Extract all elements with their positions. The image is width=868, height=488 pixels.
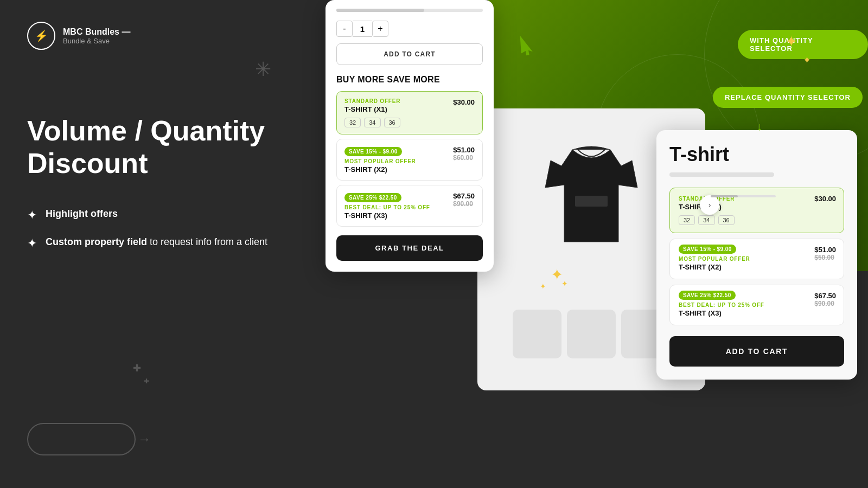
main-heading: Volume / Quantity Discount — [27, 115, 288, 180]
desktop-product-card: T-shirt STANDARD OFFER T-SHIRT (X1) $30.… — [656, 130, 857, 380]
offer-2-save-badge: SAVE 15% - $9.00 — [344, 147, 402, 156]
card-left-inner: - 1 + ADD TO CART BUY MORE SAVE MORE STA… — [326, 0, 494, 272]
right-offer-3-name: T-SHIRT (X3) — [679, 309, 835, 317]
replace-label-arrow: ↓ — [757, 120, 762, 133]
right-size-34[interactable]: 34 — [698, 215, 714, 225]
feature-text-1: Highlight offers — [46, 207, 118, 221]
feature-item-2: ✦ Custom property field to request info … — [27, 235, 288, 251]
sparkle-top-small: ✦ — [803, 54, 811, 66]
right-offer-3-label: BEST DEAL: UP TO 25% OFF — [679, 302, 835, 308]
right-offer-1-price: $30.00 — [814, 195, 836, 203]
size-34[interactable]: 34 — [364, 118, 380, 127]
svg-rect-0 — [575, 196, 608, 207]
right-offer-2-label: MOST POPULAR OFFER — [679, 256, 835, 262]
thumb-2[interactable] — [567, 310, 616, 358]
sparkle-mid-small2: ✦ — [561, 279, 568, 288]
right-size-36[interactable]: 36 — [718, 215, 735, 225]
offer-3-price: $67.50 $90.00 — [453, 192, 475, 208]
offer-1-price: $30.00 — [453, 98, 475, 106]
grab-deal-button[interactable]: GRAB THE DEAL — [336, 235, 483, 261]
sparkle-mid-small1: ✦ — [540, 282, 546, 291]
offer-card-2[interactable]: SAVE 15% - $9.00 MOST POPULAR OFFER T-SH… — [336, 139, 483, 181]
right-size-32[interactable]: 32 — [679, 215, 695, 225]
right-offer-card-1[interactable]: STANDARD OFFER T-SHIRT (X1) $30.00 32 34… — [669, 188, 844, 233]
cross-decoration: ✚ — [133, 362, 141, 374]
right-offer-card-2[interactable]: SAVE 15% - $9.00 MOST POPULAR OFFER T-SH… — [669, 239, 844, 279]
quantity-plus-button[interactable]: + — [372, 21, 388, 37]
right-area: ✦ ✦ ✦ ✦ ✦ WITH QUANTITY SELECTOR REPLACE… — [315, 0, 868, 488]
mobile-widget-card: - 1 + ADD TO CART BUY MORE SAVE MORE STA… — [326, 0, 494, 272]
sparkle-top-large: ✦ — [785, 33, 797, 50]
arrow-shape — [27, 423, 136, 455]
nav-arrow-button[interactable]: › — [700, 195, 719, 215]
offer-1-sizes: 32 34 36 — [344, 118, 475, 127]
add-to-cart-button-large[interactable]: ADD TO CART — [669, 336, 844, 367]
tshirt-svg — [540, 139, 643, 247]
slider-track — [711, 195, 776, 197]
logo-area: ⚡ MBC Bundles — Bundle & Save — [27, 22, 288, 50]
offer-3-save-badge: SAVE 25% $22.50 — [344, 193, 401, 202]
left-panel: ⚡ MBC Bundles — Bundle & Save ✳ Volume /… — [0, 0, 315, 488]
features-list: ✦ Highlight offers ✦ Custom property fie… — [27, 207, 288, 251]
size-32[interactable]: 32 — [344, 118, 361, 127]
thumb-1[interactable] — [513, 310, 561, 358]
quantity-value: 1 — [353, 21, 372, 37]
right-offer-3-save: SAVE 25% $22.50 — [679, 291, 736, 300]
offer-2-price: $51.00 $60.00 — [453, 146, 475, 162]
feature-text-2: Custom property field to request info fr… — [46, 235, 267, 249]
right-offer-2-price: $51.00 $50.00 — [814, 246, 836, 261]
right-offer-2-name: T-SHIRT (X2) — [679, 263, 835, 271]
quantity-selector: - 1 + — [336, 21, 483, 37]
logo-text: MBC Bundles — Bundle & Save — [63, 27, 130, 45]
brand-subtitle: Bundle & Save — [63, 37, 130, 45]
offer-3-name: T-SHIRT (X3) — [344, 211, 475, 220]
bmsm-heading: BUY MORE SAVE MORE — [336, 75, 483, 85]
cursor-arrow-icon — [510, 29, 542, 65]
cross-decoration-small: ✚ — [144, 377, 149, 385]
offer-card-3[interactable]: SAVE 25% $22.50 BEST DEAL: UP TO 25% OFF… — [336, 185, 483, 227]
bottom-decoration — [27, 423, 136, 455]
label-replace-quantity-selector: REPLACE QUANTITY SELECTOR — [713, 87, 863, 108]
offer-card-1-selected[interactable]: STANDARD OFFER T-SHIRT (X1) $30.00 32 34… — [336, 91, 483, 134]
product-subtitle-bar — [669, 172, 774, 177]
feature-item-1: ✦ Highlight offers — [27, 207, 288, 222]
slider-area — [711, 195, 776, 197]
slider-fill — [711, 195, 738, 197]
progress-fill — [336, 9, 424, 12]
asterisk-decoration: ✳ — [255, 60, 271, 79]
right-offer-card-3[interactable]: SAVE 25% $22.50 BEST DEAL: UP TO 25% OFF… — [669, 285, 844, 325]
logo-icon: ⚡ — [27, 22, 55, 50]
offer-1-name: T-SHIRT (X1) — [344, 105, 475, 113]
progress-bar — [336, 9, 483, 12]
brand-title: MBC Bundles — — [63, 27, 130, 37]
quantity-minus-button[interactable]: - — [336, 21, 353, 37]
add-to-cart-button-small[interactable]: ADD TO CART — [336, 43, 483, 65]
right-offer-1-sizes: 32 34 36 — [679, 215, 835, 225]
sparkle-icon-1: ✦ — [27, 208, 37, 222]
product-title: T-shirt — [669, 143, 844, 166]
right-offer-2-save: SAVE 15% - $9.00 — [679, 245, 736, 254]
right-offer-3-price: $67.50 $90.00 — [814, 292, 836, 307]
size-36[interactable]: 36 — [384, 118, 400, 127]
offer-2-name: T-SHIRT (X2) — [344, 165, 475, 174]
sparkle-icon-2: ✦ — [27, 236, 37, 251]
